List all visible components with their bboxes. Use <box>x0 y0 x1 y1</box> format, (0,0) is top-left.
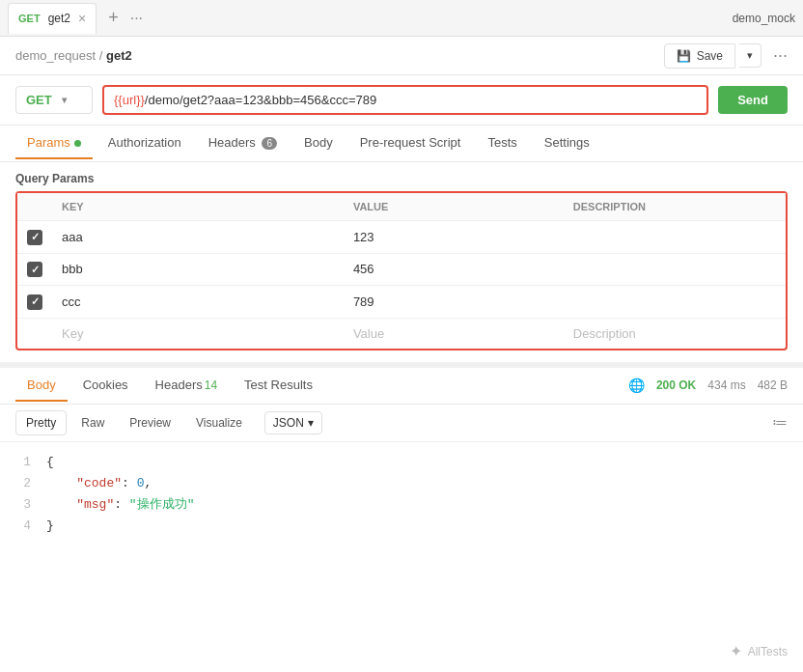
save-icon: 💾 <box>677 49 691 63</box>
response-headers-badge: 14 <box>205 378 217 392</box>
status-code: 200 OK <box>656 378 696 392</box>
new-tab-button[interactable]: + <box>100 8 126 28</box>
tab-more-icon[interactable]: ··· <box>130 10 143 27</box>
row-2-key[interactable]: bbb <box>52 253 344 286</box>
breadcrumb-current: get2 <box>106 48 132 63</box>
line-number: 4 <box>15 516 31 537</box>
table-row: aaa 123 <box>17 221 786 254</box>
url-highlight-part: {{url}} <box>114 93 145 107</box>
method-select[interactable]: GET ▾ <box>15 86 93 114</box>
code-line-4: 4 } <box>15 516 788 537</box>
tab-workspace-label: demo_mock <box>733 12 795 25</box>
row-2-checkbox[interactable] <box>27 262 42 277</box>
response-tab-body[interactable]: Body <box>15 370 68 402</box>
line-number: 3 <box>15 494 31 516</box>
placeholder-key[interactable]: Key <box>62 326 83 341</box>
table-row: ccc 789 <box>17 286 786 319</box>
row-3-checkbox[interactable] <box>27 294 42 310</box>
body-format-pretty[interactable]: Pretty <box>15 410 67 435</box>
url-path-part: /demo/get2?aaa=123&bbb=456&ccc=789 <box>145 93 376 107</box>
response-tab-headers[interactable]: Headers14 <box>144 370 230 402</box>
col-checkbox-header <box>17 193 52 221</box>
filter-icon[interactable]: ≔ <box>772 413 788 432</box>
save-label: Save <box>697 49 723 63</box>
placeholder-value[interactable]: Value <box>353 326 384 341</box>
body-format-raw[interactable]: Raw <box>70 410 115 435</box>
watermark: ✦ AllTests <box>730 642 788 660</box>
tab-pre-request-script[interactable]: Pre-request Script <box>348 127 473 159</box>
tab-authorization[interactable]: Authorization <box>97 127 193 159</box>
method-chevron-icon: ▾ <box>62 95 67 105</box>
body-toolbar: Pretty Raw Preview Visualize JSON ▾ ≔ <box>0 405 803 442</box>
json-format-label: JSON <box>273 416 304 430</box>
method-label: GET <box>26 93 52 107</box>
row-1-key[interactable]: aaa <box>52 221 344 254</box>
request-tabs: Params Authorization Headers 6 Body Pre-… <box>0 126 803 162</box>
table-row: bbb 456 <box>17 253 786 286</box>
tab-headers[interactable]: Headers 6 <box>197 127 289 159</box>
tab-body[interactable]: Body <box>292 127 345 159</box>
table-row-new: Key Value Description <box>17 318 786 349</box>
tab-bar: GET get2 × + ··· demo_mock <box>0 0 803 37</box>
url-bar: GET ▾ {{url}}/demo/get2?aaa=123&bbb=456&… <box>0 75 803 126</box>
breadcrumb-parent[interactable]: demo_request <box>15 48 96 63</box>
active-tab[interactable]: GET get2 × <box>8 3 97 34</box>
response-tab-test-results[interactable]: Test Results <box>233 370 324 402</box>
query-params-title: Query Params <box>0 162 803 191</box>
breadcrumb-separator: / <box>99 48 103 63</box>
row-2-desc <box>564 253 786 286</box>
code-line-2: 2 "code": 0, <box>15 473 788 494</box>
params-table-wrap: KEY VALUE DESCRIPTION aaa 123 bbb 456 cc… <box>15 191 788 350</box>
row-1-value[interactable]: 123 <box>344 221 564 254</box>
col-key-header: KEY <box>52 193 344 221</box>
tab-params[interactable]: Params <box>15 127 93 159</box>
watermark-icon: ✦ <box>730 642 742 660</box>
code-line-3: 3 "msg": "操作成功" <box>15 494 788 516</box>
json-format-select[interactable]: JSON ▾ <box>264 411 322 434</box>
breadcrumb-bar: demo_request / get2 💾 Save ▾ ··· <box>0 37 803 75</box>
row-1-desc <box>564 221 786 254</box>
response-tab-cookies[interactable]: Cookies <box>71 370 140 402</box>
status-size: 482 B <box>758 378 788 392</box>
globe-icon: 🌐 <box>628 378 645 393</box>
url-input[interactable]: {{url}}/demo/get2?aaa=123&bbb=456&ccc=78… <box>102 85 708 115</box>
row-1-checkbox[interactable] <box>27 230 42 245</box>
status-time: 434 ms <box>707 378 745 392</box>
col-desc-header: DESCRIPTION <box>564 193 786 221</box>
send-button[interactable]: Send <box>718 86 788 114</box>
code-line-1: 1 { <box>15 452 788 473</box>
placeholder-desc[interactable]: Description <box>573 326 636 341</box>
body-format-visualize[interactable]: Visualize <box>185 410 253 435</box>
watermark-label: AllTests <box>748 645 788 658</box>
breadcrumb: demo_request / get2 <box>15 48 132 63</box>
response-status: 🌐 200 OK 434 ms 482 B <box>628 378 788 393</box>
line-number: 1 <box>15 452 31 473</box>
tab-close-icon[interactable]: × <box>78 11 86 26</box>
save-area: 💾 Save ▾ ··· <box>664 43 788 69</box>
row-3-value[interactable]: 789 <box>344 286 564 319</box>
row-3-desc <box>564 286 786 319</box>
tab-tests[interactable]: Tests <box>476 127 528 159</box>
body-format-preview[interactable]: Preview <box>119 410 181 435</box>
headers-badge: 6 <box>262 137 277 150</box>
tab-settings[interactable]: Settings <box>533 127 601 159</box>
response-tabs: Body Cookies Headers14 Test Results 🌐 20… <box>0 368 803 405</box>
tab-name: get2 <box>48 12 70 25</box>
line-number: 2 <box>15 473 31 494</box>
params-dot <box>74 140 81 147</box>
tab-method: GET <box>18 13 41 24</box>
save-dropdown-button[interactable]: ▾ <box>739 43 761 68</box>
col-value-header: VALUE <box>344 193 564 221</box>
more-options-button[interactable]: ··· <box>773 45 788 66</box>
response-code: 1 { 2 "code": 0, 3 "msg": "操作成功" 4 } <box>0 442 803 546</box>
save-button[interactable]: 💾 Save <box>664 43 735 69</box>
row-3-key[interactable]: ccc <box>52 286 344 319</box>
params-table: KEY VALUE DESCRIPTION aaa 123 bbb 456 cc… <box>17 193 786 349</box>
json-format-chevron: ▾ <box>308 416 314 430</box>
row-2-value[interactable]: 456 <box>344 253 564 286</box>
